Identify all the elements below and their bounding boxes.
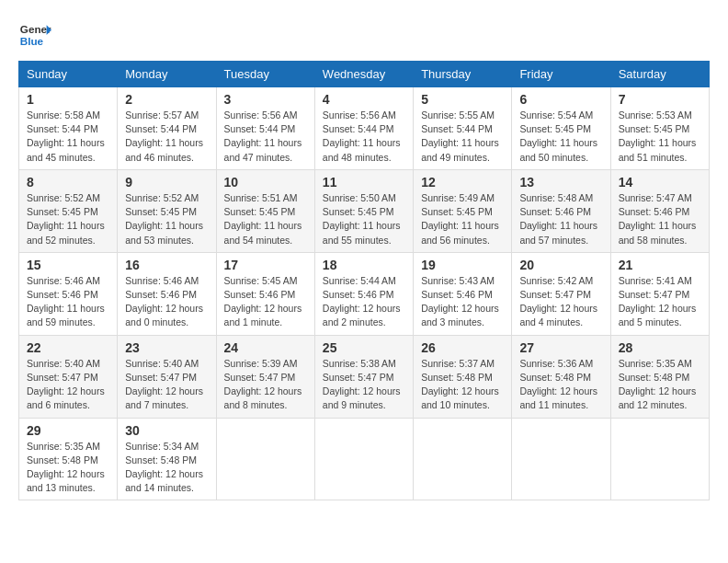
day-number: 15 (27, 258, 109, 272)
calendar-cell: 2Sunrise: 5:57 AMSunset: 5:44 PMDaylight… (118, 87, 216, 170)
calendar-cell: 11Sunrise: 5:50 AMSunset: 5:45 PMDayligh… (314, 169, 413, 252)
weekday-header-thursday: Thursday (414, 62, 512, 87)
weekday-header-tuesday: Tuesday (216, 62, 314, 87)
calendar-cell (610, 418, 709, 500)
calendar-cell: 26Sunrise: 5:37 AMSunset: 5:48 PMDayligh… (414, 335, 512, 418)
day-number: 3 (224, 92, 307, 107)
day-info: Sunrise: 5:49 AMSunset: 5:45 PMDaylight:… (421, 191, 504, 247)
calendar-cell: 21Sunrise: 5:41 AMSunset: 5:47 PMDayligh… (610, 252, 709, 335)
calendar-cell: 25Sunrise: 5:38 AMSunset: 5:47 PMDayligh… (314, 335, 413, 418)
day-info: Sunrise: 5:50 AMSunset: 5:45 PMDaylight:… (323, 191, 405, 247)
day-number: 7 (619, 92, 701, 107)
day-number: 14 (619, 175, 701, 190)
calendar-cell: 20Sunrise: 5:42 AMSunset: 5:47 PMDayligh… (512, 252, 610, 335)
calendar-cell: 15Sunrise: 5:46 AMSunset: 5:46 PMDayligh… (19, 252, 118, 335)
calendar-cell: 22Sunrise: 5:40 AMSunset: 5:47 PMDayligh… (19, 335, 118, 418)
calendar-cell: 27Sunrise: 5:36 AMSunset: 5:48 PMDayligh… (512, 335, 610, 418)
calendar-week-1: 1Sunrise: 5:58 AMSunset: 5:44 PMDaylight… (19, 87, 710, 170)
day-number: 30 (125, 423, 208, 438)
day-number: 22 (27, 340, 109, 355)
calendar-cell: 10Sunrise: 5:51 AMSunset: 5:45 PMDayligh… (216, 169, 314, 252)
day-number: 26 (421, 340, 504, 355)
calendar-cell: 4Sunrise: 5:56 AMSunset: 5:44 PMDaylight… (314, 87, 413, 170)
calendar-week-2: 8Sunrise: 5:52 AMSunset: 5:45 PMDaylight… (19, 169, 710, 252)
day-info: Sunrise: 5:55 AMSunset: 5:44 PMDaylight:… (421, 109, 504, 165)
calendar-cell (314, 418, 413, 500)
calendar-cell: 7Sunrise: 5:53 AMSunset: 5:45 PMDaylight… (610, 87, 709, 170)
day-info: Sunrise: 5:37 AMSunset: 5:48 PMDaylight:… (421, 357, 504, 413)
day-info: Sunrise: 5:35 AMSunset: 5:48 PMDaylight:… (619, 357, 701, 413)
day-info: Sunrise: 5:36 AMSunset: 5:48 PMDaylight:… (519, 357, 602, 413)
day-number: 29 (27, 423, 109, 438)
day-number: 27 (519, 340, 602, 355)
day-number: 6 (519, 92, 602, 107)
calendar-cell (512, 418, 610, 500)
calendar-cell: 23Sunrise: 5:40 AMSunset: 5:47 PMDayligh… (118, 335, 216, 418)
day-number: 18 (323, 258, 405, 272)
calendar-cell: 9Sunrise: 5:52 AMSunset: 5:45 PMDaylight… (118, 169, 216, 252)
day-number: 24 (224, 340, 307, 355)
calendar-week-4: 22Sunrise: 5:40 AMSunset: 5:47 PMDayligh… (19, 335, 710, 418)
calendar-cell: 24Sunrise: 5:39 AMSunset: 5:47 PMDayligh… (216, 335, 314, 418)
calendar-cell: 6Sunrise: 5:54 AMSunset: 5:45 PMDaylight… (512, 87, 610, 170)
svg-text:Blue: Blue (20, 35, 44, 47)
day-info: Sunrise: 5:46 AMSunset: 5:46 PMDaylight:… (125, 274, 208, 330)
weekday-header-friday: Friday (512, 62, 610, 87)
calendar-cell: 18Sunrise: 5:44 AMSunset: 5:46 PMDayligh… (314, 252, 413, 335)
calendar-cell: 12Sunrise: 5:49 AMSunset: 5:45 PMDayligh… (414, 169, 512, 252)
calendar-cell: 8Sunrise: 5:52 AMSunset: 5:45 PMDaylight… (19, 169, 118, 252)
day-number: 23 (125, 340, 208, 355)
day-info: Sunrise: 5:56 AMSunset: 5:44 PMDaylight:… (224, 109, 307, 165)
day-info: Sunrise: 5:48 AMSunset: 5:46 PMDaylight:… (519, 191, 602, 247)
day-info: Sunrise: 5:52 AMSunset: 5:45 PMDaylight:… (27, 191, 109, 247)
day-info: Sunrise: 5:41 AMSunset: 5:47 PMDaylight:… (619, 274, 701, 330)
day-info: Sunrise: 5:57 AMSunset: 5:44 PMDaylight:… (125, 109, 208, 165)
calendar-cell: 17Sunrise: 5:45 AMSunset: 5:46 PMDayligh… (216, 252, 314, 335)
day-info: Sunrise: 5:58 AMSunset: 5:44 PMDaylight:… (27, 109, 109, 165)
day-info: Sunrise: 5:40 AMSunset: 5:47 PMDaylight:… (125, 357, 208, 413)
calendar-cell (216, 418, 314, 500)
day-info: Sunrise: 5:45 AMSunset: 5:46 PMDaylight:… (224, 274, 307, 330)
day-info: Sunrise: 5:52 AMSunset: 5:45 PMDaylight:… (125, 191, 208, 247)
calendar-cell: 14Sunrise: 5:47 AMSunset: 5:46 PMDayligh… (610, 169, 709, 252)
weekday-header-wednesday: Wednesday (314, 62, 413, 87)
weekday-header-monday: Monday (118, 62, 216, 87)
day-info: Sunrise: 5:42 AMSunset: 5:47 PMDaylight:… (519, 274, 602, 330)
calendar-cell: 3Sunrise: 5:56 AMSunset: 5:44 PMDaylight… (216, 87, 314, 170)
calendar-body: 1Sunrise: 5:58 AMSunset: 5:44 PMDaylight… (19, 87, 710, 500)
day-number: 13 (519, 175, 602, 190)
day-number: 5 (421, 92, 504, 107)
day-number: 25 (323, 340, 405, 355)
day-info: Sunrise: 5:51 AMSunset: 5:45 PMDaylight:… (224, 191, 307, 247)
calendar-cell (414, 418, 512, 500)
calendar-cell: 1Sunrise: 5:58 AMSunset: 5:44 PMDaylight… (19, 87, 118, 170)
weekday-header-saturday: Saturday (610, 62, 709, 87)
calendar-cell: 19Sunrise: 5:43 AMSunset: 5:46 PMDayligh… (414, 252, 512, 335)
calendar-cell: 29Sunrise: 5:35 AMSunset: 5:48 PMDayligh… (19, 418, 118, 500)
day-info: Sunrise: 5:56 AMSunset: 5:44 PMDaylight:… (323, 109, 405, 165)
calendar-week-5: 29Sunrise: 5:35 AMSunset: 5:48 PMDayligh… (19, 418, 710, 500)
logo: General Blue (18, 18, 51, 52)
logo-icon: General Blue (18, 18, 51, 52)
day-number: 8 (27, 175, 109, 190)
day-number: 16 (125, 258, 208, 272)
day-info: Sunrise: 5:40 AMSunset: 5:47 PMDaylight:… (27, 357, 109, 413)
day-number: 10 (224, 175, 307, 190)
day-number: 1 (27, 92, 109, 107)
calendar-cell: 28Sunrise: 5:35 AMSunset: 5:48 PMDayligh… (610, 335, 709, 418)
day-number: 9 (125, 175, 208, 190)
day-info: Sunrise: 5:47 AMSunset: 5:46 PMDaylight:… (619, 191, 701, 247)
day-number: 4 (323, 92, 405, 107)
weekday-header-row: SundayMondayTuesdayWednesdayThursdayFrid… (19, 62, 710, 87)
day-number: 17 (224, 258, 307, 272)
day-info: Sunrise: 5:38 AMSunset: 5:47 PMDaylight:… (323, 357, 405, 413)
calendar-cell: 13Sunrise: 5:48 AMSunset: 5:46 PMDayligh… (512, 169, 610, 252)
day-number: 28 (619, 340, 701, 355)
day-number: 11 (323, 175, 405, 190)
day-number: 21 (619, 258, 701, 272)
calendar-cell: 5Sunrise: 5:55 AMSunset: 5:44 PMDaylight… (414, 87, 512, 170)
day-info: Sunrise: 5:53 AMSunset: 5:45 PMDaylight:… (619, 109, 701, 165)
day-info: Sunrise: 5:35 AMSunset: 5:48 PMDaylight:… (27, 440, 109, 496)
day-info: Sunrise: 5:46 AMSunset: 5:46 PMDaylight:… (27, 274, 109, 330)
day-number: 19 (421, 258, 504, 272)
